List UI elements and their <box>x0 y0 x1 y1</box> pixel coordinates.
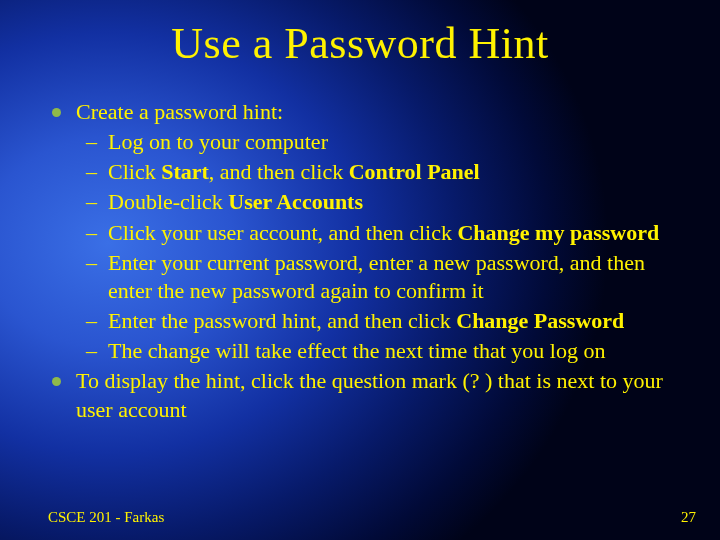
bullet-level2: Log on to your computer <box>48 128 680 156</box>
bullet-text: Click <box>108 159 161 184</box>
bullet-text: Double-click <box>108 189 228 214</box>
bullet-level2: The change will take effect the next tim… <box>48 337 680 365</box>
slide-number: 27 <box>681 509 696 526</box>
slide-title: Use a Password Hint <box>0 18 720 69</box>
bullet-text: , and then click <box>209 159 349 184</box>
bold-text: User Accounts <box>228 189 363 214</box>
bold-text: Start <box>161 159 209 184</box>
slide: Use a Password Hint Create a password hi… <box>0 0 720 540</box>
bullet-level1: Create a password hint: <box>48 98 680 126</box>
bullet-text: Enter the password hint, and then click <box>108 308 456 333</box>
footer-left: CSCE 201 - Farkas <box>48 509 164 526</box>
slide-body: Create a password hint: Log on to your c… <box>48 98 680 426</box>
bullet-text: Create a password hint: <box>76 99 283 124</box>
bullet-level2: Click Start, and then click Control Pane… <box>48 158 680 186</box>
bold-text: Change my password <box>457 220 659 245</box>
bold-text: Change Password <box>456 308 624 333</box>
bullet-text: To display the hint, click the question … <box>76 368 663 421</box>
bullet-level2: Click your user account, and then click … <box>48 219 680 247</box>
bullet-text: Click your user account, and then click <box>108 220 457 245</box>
bold-text: Control Panel <box>349 159 480 184</box>
bullet-level1: To display the hint, click the question … <box>48 367 680 423</box>
bullet-text: Enter your current password, enter a new… <box>108 250 645 303</box>
bullet-level2: Enter the password hint, and then click … <box>48 307 680 335</box>
bullet-level2: Double-click User Accounts <box>48 188 680 216</box>
bullet-text: Log on to your computer <box>108 129 328 154</box>
bullet-level2: Enter your current password, enter a new… <box>48 249 680 305</box>
bullet-text: The change will take effect the next tim… <box>108 338 605 363</box>
